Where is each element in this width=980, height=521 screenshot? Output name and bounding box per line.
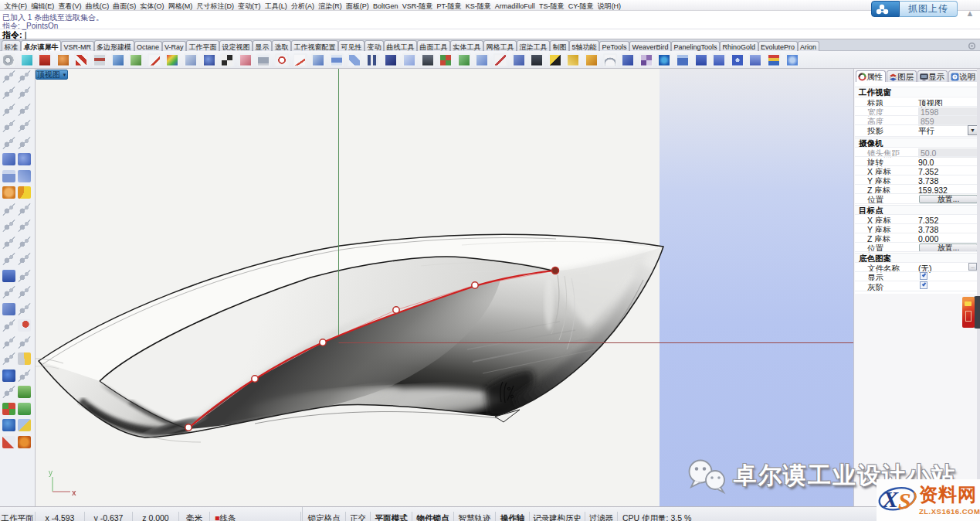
svg-text:y: y <box>49 468 53 477</box>
svg-text:x: x <box>72 489 76 497</box>
svg-text:S: S <box>898 488 911 513</box>
svg-text:X: X <box>882 486 899 512</box>
